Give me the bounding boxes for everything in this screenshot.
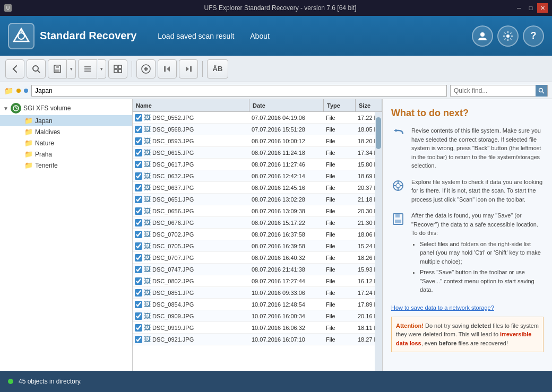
file-type-icon: 🖼	[144, 149, 151, 156]
col-header-size: Size	[356, 99, 382, 111]
minimize-button[interactable]: ─	[514, 3, 524, 13]
tree-volume-item[interactable]: ▼ SGI XFS volume	[0, 101, 132, 115]
file-checkbox[interactable]	[135, 184, 142, 191]
addressbar: 📁	[0, 82, 552, 99]
tree-item[interactable]: 📁 Nature	[0, 137, 132, 149]
table-row[interactable]: 🖼 DSC_0568.JPG 07.07.2016 15:51:28 File …	[133, 124, 375, 135]
file-type-cell: File	[324, 161, 356, 168]
scan-hint-icon	[391, 179, 406, 195]
file-checkbox[interactable]	[135, 324, 142, 332]
save-button[interactable]	[48, 59, 67, 79]
file-type-cell: File	[324, 185, 356, 191]
file-name: DSC_0632.JPG	[152, 173, 194, 179]
file-checkbox[interactable]	[135, 114, 142, 121]
file-date-cell: 08.07.2016 16:37:58	[249, 231, 324, 238]
table-row[interactable]: 🖼 DSC_0615.JPG 08.07.2016 11:24:18 File …	[133, 147, 375, 159]
hint-back: Revise contents of this file system. Mak…	[391, 126, 544, 170]
scrollbar-thumb[interactable]	[376, 117, 381, 149]
scrollbar[interactable]	[375, 112, 382, 371]
table-row[interactable]: 🖼 DSC_0705.JPG 08.07.2016 16:39:58 File …	[133, 240, 375, 252]
table-row[interactable]: 🖼 DSC_0656.JPG 08.07.2016 13:09:38 File …	[133, 205, 375, 217]
file-checkbox[interactable]	[135, 231, 142, 238]
search-input[interactable]	[451, 85, 536, 96]
close-button[interactable]: ✕	[537, 3, 548, 13]
load-scan-link[interactable]: Load saved scan result	[158, 32, 234, 40]
table-row[interactable]: 🖼 DSC_0802.JPG 09.07.2016 17:27:44 File …	[133, 275, 375, 287]
file-checkbox[interactable]	[135, 137, 142, 145]
tree-item-label: Japan	[35, 117, 53, 125]
table-row[interactable]: 🖼 DSC_0632.JPG 08.07.2016 12:42:14 File …	[133, 170, 375, 182]
table-row[interactable]: 🖼 DSC_0676.JPG 08.07.2016 15:17:22 File …	[133, 217, 375, 229]
file-type-cell: File	[324, 208, 356, 214]
deleted-text: deleted	[471, 323, 491, 329]
view-dropdown-button[interactable]: ▾	[98, 59, 106, 79]
file-checkbox[interactable]	[135, 254, 142, 262]
help-button[interactable]: ?	[523, 25, 544, 47]
path-input[interactable]	[31, 85, 447, 97]
file-checkbox[interactable]	[135, 301, 142, 308]
network-link[interactable]: How to save data to a network storage?	[391, 304, 494, 311]
file-checkbox[interactable]	[135, 196, 142, 203]
tree-item-label: Tenerife	[35, 162, 58, 169]
back-button[interactable]	[5, 59, 24, 79]
file-checkbox[interactable]	[135, 336, 142, 343]
file-checkbox[interactable]	[135, 242, 142, 250]
table-row[interactable]: 🖼 DSC_0637.JPG 08.07.2016 12:45:16 File …	[133, 182, 375, 194]
file-list-header: Name Date Type Size	[133, 99, 382, 112]
table-row[interactable]: 🖼 DSC_0707.JPG 08.07.2016 16:40:32 File …	[133, 252, 375, 264]
table-row[interactable]: 🖼 DSC_0854.JPG 10.07.2016 12:48:54 File …	[133, 299, 375, 310]
file-checkbox[interactable]	[135, 207, 142, 215]
grid-view-button[interactable]	[108, 59, 127, 79]
table-row[interactable]: 🖼 DSC_0909.JPG 10.07.2016 16:00:34 File …	[133, 310, 375, 322]
save-dropdown-button[interactable]: ▾	[67, 59, 76, 79]
svg-point-22	[539, 88, 543, 92]
file-date-cell: 10.07.2016 16:07:10	[249, 336, 324, 343]
scan-button[interactable]	[136, 59, 156, 79]
file-name: DSC_0909.JPG	[152, 313, 194, 319]
svg-rect-15	[114, 69, 117, 73]
file-checkbox[interactable]	[135, 312, 142, 320]
file-date-cell: 10.07.2016 16:00:34	[249, 313, 324, 319]
file-checkbox[interactable]	[135, 266, 142, 273]
search-submit-button[interactable]	[536, 85, 547, 97]
file-name: DSC_0593.JPG	[152, 138, 194, 144]
encoding-button[interactable]: ÄB	[207, 59, 228, 79]
prev-button[interactable]	[158, 59, 177, 79]
table-row[interactable]: 🖼 DSC_0702.JPG 08.07.2016 16:37:58 File …	[133, 229, 375, 240]
file-size-cell: 15.93 MB	[356, 266, 375, 273]
table-row[interactable]: 🖼 DSC_0921.JPG 10.07.2016 16:07:10 File …	[133, 334, 375, 345]
hint-scan-text: Explore file system to check if data you…	[411, 178, 544, 204]
search-button[interactable]	[27, 59, 46, 79]
tree-item-label: Praha	[35, 151, 52, 158]
settings-button[interactable]	[497, 25, 519, 47]
file-checkbox[interactable]	[135, 172, 142, 180]
svg-rect-13	[114, 65, 117, 68]
user-button[interactable]	[472, 25, 493, 47]
file-checkbox[interactable]	[135, 149, 142, 156]
table-row[interactable]: 🖼 DSC_0617.JPG 08.07.2016 11:27:46 File …	[133, 159, 375, 170]
file-checkbox[interactable]	[135, 219, 142, 227]
file-checkbox[interactable]	[135, 277, 142, 285]
file-size-cell: 18.26 MB	[356, 255, 375, 261]
table-row[interactable]: 🖼 DSC_0651.JPG 08.07.2016 13:02:28 File …	[133, 194, 375, 205]
tree-item[interactable]: 📁 Tenerife	[0, 160, 132, 171]
svg-line-6	[38, 71, 40, 73]
tree-item[interactable]: 📁 Maldives	[0, 126, 132, 137]
file-checkbox[interactable]	[135, 161, 142, 168]
view-list-button[interactable]	[78, 59, 97, 79]
about-link[interactable]: About	[250, 32, 270, 40]
table-row[interactable]: 🖼 DSC_0552.JPG 07.07.2016 04:19:06 File …	[133, 112, 375, 124]
tree-toggle[interactable]: ▼	[3, 106, 11, 111]
table-row[interactable]: 🖼 DSC_0919.JPG 10.07.2016 16:06:32 File …	[133, 322, 375, 334]
file-type-icon: 🖼	[144, 184, 151, 191]
table-row[interactable]: 🖼 DSC_0747.JPG 08.07.2016 21:41:38 File …	[133, 264, 375, 275]
table-row[interactable]: 🖼 DSC_0851.JPG 10.07.2016 09:33:06 File …	[133, 287, 375, 299]
next-button[interactable]	[179, 59, 198, 79]
table-row[interactable]: 🖼 DSC_0593.JPG 08.07.2016 10:00:12 File …	[133, 135, 375, 147]
file-type-cell: File	[324, 138, 356, 144]
file-checkbox[interactable]	[135, 126, 142, 133]
tree-item[interactable]: 📁 Praha	[0, 149, 132, 160]
maximize-button[interactable]: □	[525, 3, 536, 13]
file-checkbox[interactable]	[135, 289, 142, 297]
tree-item[interactable]: 📁 Japan	[0, 115, 132, 126]
